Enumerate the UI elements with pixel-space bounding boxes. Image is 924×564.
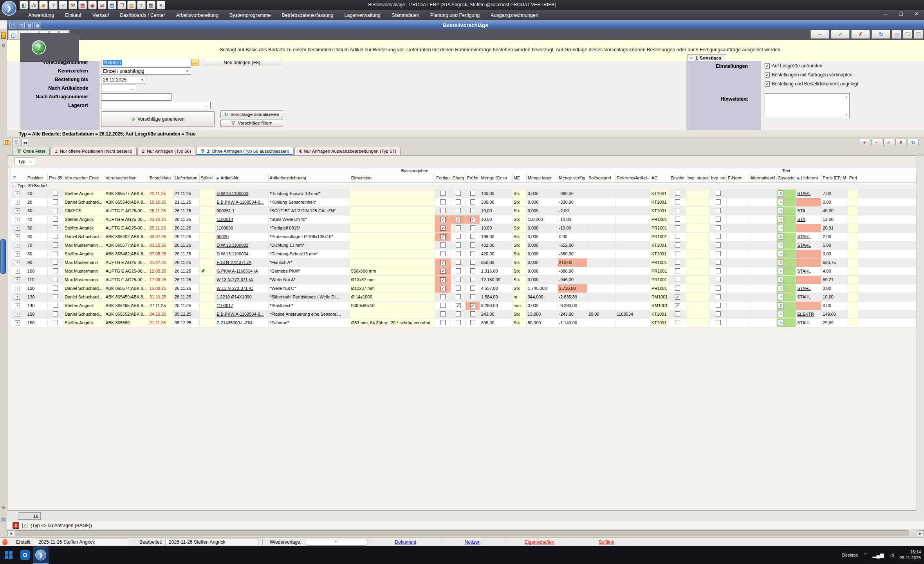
cell-zusatztext[interactable]: a xyxy=(777,275,796,284)
filter-tab-2[interactable]: 2: Nur Anfragen (Typ 56) xyxy=(137,147,195,155)
cell-artikel[interactable]: W.13.N-272.371 /C xyxy=(215,284,269,293)
checkbox-icon[interactable] xyxy=(716,294,721,299)
link-artikel[interactable]: D.W.13.1100002 xyxy=(217,243,248,248)
checkbox-icon[interactable] xyxy=(675,251,680,256)
cell-zuschn-checkbox[interactable] xyxy=(669,258,686,267)
cell-fertig-checkbox[interactable]: ✓ xyxy=(435,258,451,267)
vorschlaege-filtern-button[interactable]: Vorschläge filtern xyxy=(220,119,283,127)
checkbox-icon[interactable] xyxy=(440,199,446,204)
cell-artikel[interactable]: D.W.13.1100003 xyxy=(215,189,269,198)
cell-bvpno-checkbox[interactable] xyxy=(710,275,727,284)
expand-icon[interactable]: + xyxy=(15,226,20,231)
cell-posb-checkbox[interactable] xyxy=(48,215,63,224)
link-artikel[interactable]: W.13.N-272.371 /A xyxy=(217,277,253,282)
link-lieferant[interactable]: STA xyxy=(797,217,805,222)
cell-zusatztext[interactable]: a xyxy=(777,267,796,275)
filter-tab-4[interactable]: 4: Nur Anfragen Auswärtsbearbeitungen (T… xyxy=(294,147,401,155)
expand-icon[interactable]: + xyxy=(15,295,20,300)
row-expand-cell[interactable]: + xyxy=(11,189,26,198)
checkbox-icon[interactable] xyxy=(470,225,475,230)
cell-zusatztext[interactable]: a xyxy=(777,284,796,293)
cell-artikel[interactable]: F.13.N-272.371 /A xyxy=(215,258,269,267)
expand-icon[interactable]: + xyxy=(15,234,20,239)
column-header-liste[interactable]: Verursacherliste xyxy=(104,174,148,182)
cell-zuschn-checkbox[interactable]: ✓ xyxy=(669,301,686,310)
checkbox-icon[interactable] xyxy=(440,320,446,325)
link-artikel[interactable]: 000051.1 xyxy=(217,208,235,213)
link-artikel[interactable]: 1100017 xyxy=(217,303,233,308)
cell-fertig-checkbox[interactable]: ✓ xyxy=(435,215,451,224)
cell-artikel[interactable]: 1100014 xyxy=(215,215,269,224)
cell-zuschn-checkbox[interactable] xyxy=(669,310,686,318)
column-header-verfueg[interactable]: Menge verfüg xyxy=(558,174,587,182)
tray-speaker-icon[interactable]: ◁) xyxy=(890,553,894,558)
checkbox-icon[interactable] xyxy=(53,191,58,196)
cell-zuschn-checkbox[interactable]: ✓ xyxy=(669,293,686,301)
text-document-icon[interactable]: a xyxy=(778,190,783,197)
checkbox-icon[interactable]: ✓ xyxy=(440,217,446,222)
expand-icon[interactable]: + xyxy=(15,243,20,248)
checkbox-icon[interactable] xyxy=(440,303,446,308)
sort-chip-typ[interactable]: Typ△ xyxy=(14,157,35,165)
cell-bvpno-checkbox[interactable] xyxy=(710,318,727,327)
cell-zusatztext[interactable]: a xyxy=(777,189,796,198)
expand-icon[interactable]: + xyxy=(15,303,20,308)
cell-zuschn-checkbox[interactable] xyxy=(669,275,686,284)
text-document-icon[interactable]: a xyxy=(778,311,783,317)
checkbox-icon[interactable]: ✓ xyxy=(440,277,446,282)
cell-pruefm-checkbox[interactable] xyxy=(466,318,480,327)
checkbox-icon[interactable] xyxy=(53,286,58,291)
cell-posb-checkbox[interactable] xyxy=(48,198,63,206)
checkbox-icon[interactable] xyxy=(440,251,446,256)
checkbox-icon[interactable] xyxy=(470,208,475,213)
row-expand-cell[interactable]: + xyxy=(11,241,26,249)
kennzeichen-select[interactable]: Einzel / unabhängig▼ xyxy=(101,67,191,75)
cell-bvpno-checkbox[interactable] xyxy=(710,224,727,232)
cell-charg-checkbox[interactable] xyxy=(451,241,466,249)
cell-pruefm-checkbox[interactable] xyxy=(466,206,480,215)
cell-pruefm-checkbox[interactable] xyxy=(466,232,480,241)
checkbox-icon[interactable]: ✓ xyxy=(765,72,770,78)
cell-fertig-checkbox[interactable] xyxy=(435,293,451,301)
cell-charg-checkbox[interactable] xyxy=(451,318,466,327)
cell-zusatztext[interactable]: a xyxy=(777,318,796,327)
tab-sonstiges[interactable]: ►1Sonstiges xyxy=(687,54,726,61)
status-link-eigenschaften[interactable]: Eigenschaften xyxy=(510,539,569,545)
cell-posb-checkbox[interactable] xyxy=(48,293,63,301)
hinweistext-textarea[interactable]: ▲▼ xyxy=(765,93,850,118)
cell-fertig-checkbox[interactable]: ✓ xyxy=(435,284,451,293)
checkbox-icon[interactable] xyxy=(470,286,475,291)
checkbox-icon[interactable] xyxy=(675,225,680,230)
checkbox-icon[interactable] xyxy=(456,320,461,325)
checkbox-icon[interactable] xyxy=(456,277,461,282)
cell-fertig-checkbox[interactable] xyxy=(435,249,451,258)
checkbox-icon[interactable] xyxy=(675,208,680,213)
checkbox-icon[interactable]: ✓ xyxy=(675,295,680,300)
cancel-button[interactable]: ✗ xyxy=(851,30,870,39)
row-expand-cell[interactable]: + xyxy=(11,275,26,284)
checkbox-icon[interactable] xyxy=(456,234,461,239)
column-header-bvp_no[interactable]: bvp_no xyxy=(710,174,727,182)
menu-item-dashboards-center[interactable]: Dashboards / Center xyxy=(115,11,170,20)
row-expand-cell[interactable]: + xyxy=(11,206,26,215)
cell-bvpno-checkbox[interactable] xyxy=(710,241,727,249)
scroll-right-icon[interactable]: ▶ xyxy=(917,530,924,536)
checkbox-icon[interactable] xyxy=(456,311,461,316)
cell-fertig-checkbox[interactable] xyxy=(435,206,451,215)
checkbox-icon[interactable] xyxy=(456,208,461,213)
checkbox-icon[interactable] xyxy=(470,268,475,273)
cell-zuschn-checkbox[interactable] xyxy=(669,189,686,198)
cell-stueckl[interactable] xyxy=(200,267,215,275)
checkbox-icon[interactable] xyxy=(53,311,58,316)
cell-fertig-checkbox[interactable]: ✓ xyxy=(435,275,451,284)
cell-charg-checkbox[interactable]: ✓ xyxy=(451,215,466,224)
row-expand-cell[interactable]: + xyxy=(11,301,26,310)
cell-posb-checkbox[interactable] xyxy=(48,232,63,241)
cell-charg-checkbox[interactable]: ✓ xyxy=(451,301,466,310)
cell-bvpno-checkbox[interactable] xyxy=(710,215,727,224)
link-artikel[interactable]: D.W.13.1100003 xyxy=(217,191,248,196)
menu-item-verkauf[interactable]: Verkauf xyxy=(88,11,114,20)
cell-pruefm-checkbox[interactable]: ✓ xyxy=(466,215,480,224)
cell-zusatztext[interactable]: a xyxy=(777,301,796,310)
cell-charg-checkbox[interactable] xyxy=(451,249,466,258)
